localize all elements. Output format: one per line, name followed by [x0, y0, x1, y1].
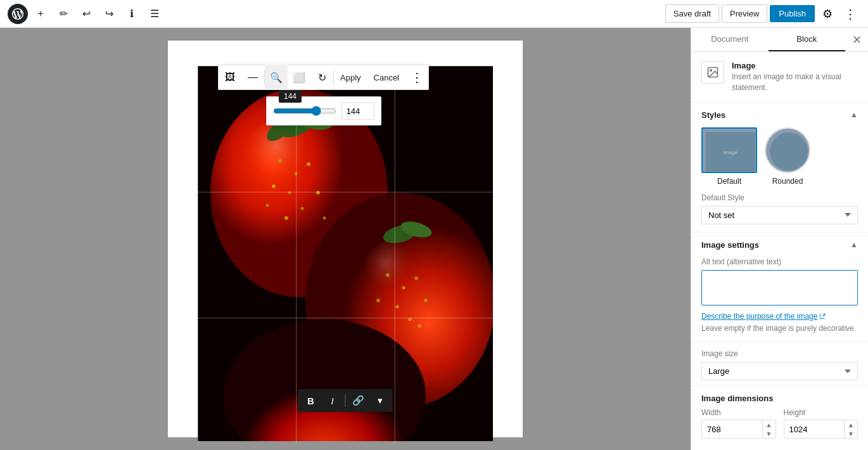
styles-section: Styles ▲ image Default — [691, 103, 868, 233]
apply-button[interactable]: Apply — [334, 65, 367, 90]
alt-text-note: Leave empty if the image is purely decor… — [701, 323, 858, 334]
svg-point-12 — [323, 217, 326, 220]
default-style-field-label: Default Style — [701, 193, 858, 202]
svg-point-7 — [307, 162, 310, 166]
width-increment[interactable]: ▲ — [763, 420, 775, 429]
width-input[interactable] — [702, 421, 762, 437]
svg-point-35 — [770, 132, 808, 170]
alt-text-field[interactable] — [701, 270, 858, 305]
svg-point-14 — [266, 204, 269, 207]
rounded-style-thumbnail — [765, 127, 810, 173]
cancel-button[interactable]: Cancel — [367, 65, 405, 90]
svg-point-10 — [301, 207, 304, 210]
height-input[interactable] — [784, 421, 845, 437]
svg-point-6 — [295, 172, 298, 176]
align-button[interactable]: — — [241, 65, 264, 90]
caption-more-button[interactable]: ▾ — [370, 390, 390, 411]
styles-section-title: Styles — [701, 110, 725, 120]
default-style-thumbnail: image — [701, 127, 757, 173]
height-increment[interactable]: ▲ — [845, 420, 857, 429]
alt-text-label: Alt text (alternative text) — [701, 257, 858, 266]
block-text: Image Insert an image to make a visual s… — [732, 61, 858, 93]
bold-button[interactable]: B — [301, 390, 321, 411]
add-block-button[interactable]: ＋ — [30, 4, 51, 24]
width-label: Width — [701, 408, 776, 417]
settings-button[interactable]: ⚙ — [817, 4, 838, 24]
height-decrement[interactable]: ▼ — [845, 429, 857, 438]
image-size-section: Image size Large — [691, 342, 868, 386]
image-dimensions-section: Image dimensions Width ▲ ▼ Height — [691, 386, 868, 446]
dims-row: Width ▲ ▼ Height ▲ — [701, 408, 858, 439]
image-settings-chevron-icon: ▲ — [850, 240, 858, 249]
svg-point-28 — [356, 240, 432, 329]
sidebar-tabs: Document Block ✕ — [691, 28, 868, 52]
top-bar: ＋ ✏ ↩ ↪ ℹ ☰ Save draft Preview Publish ⚙… — [0, 0, 868, 28]
sidebar-close-button[interactable]: ✕ — [845, 29, 868, 51]
canvas-area[interactable]: 🖼 — 🔍 ⬜ ↻ Apply Cancel ⋮ 144 — [0, 28, 691, 450]
image-block-button[interactable]: 🖼 — [219, 65, 241, 90]
tab-block[interactable]: Block — [769, 28, 846, 51]
more-options-button[interactable]: ⋮ — [840, 4, 860, 24]
svg-point-9 — [272, 184, 276, 188]
rotate-button[interactable]: ↻ — [310, 65, 333, 90]
publish-button[interactable]: Publish — [770, 5, 815, 22]
zoom-button[interactable]: 🔍 — [265, 65, 288, 90]
height-field: Height ▲ ▼ — [784, 408, 858, 439]
image-dimensions-title: Image dimensions — [701, 394, 858, 403]
height-label: Height — [784, 408, 858, 417]
width-decrement[interactable]: ▼ — [763, 429, 775, 438]
svg-point-22 — [418, 325, 421, 328]
svg-point-11 — [316, 191, 320, 195]
default-style-select[interactable]: Not set — [701, 206, 858, 224]
list-view-button[interactable]: ☰ — [144, 4, 165, 24]
svg-text:image: image — [724, 150, 737, 155]
alt-text-link[interactable]: Describe the purpose of the image — [701, 312, 858, 321]
width-field: Width ▲ ▼ — [701, 408, 776, 439]
width-stepper: ▲ ▼ — [762, 420, 775, 438]
preview-button[interactable]: Preview — [722, 4, 767, 23]
caption-divider — [345, 394, 346, 407]
caption-toolbar: B I 🔗 ▾ — [298, 389, 393, 412]
redo-button[interactable]: ↪ — [99, 4, 119, 24]
rounded-style-label: Rounded — [772, 177, 803, 186]
zoom-input[interactable] — [341, 102, 374, 120]
slider-tooltip: 144 — [279, 90, 302, 103]
image-size-label: Image size — [701, 349, 858, 358]
styles-section-header[interactable]: Styles ▲ — [701, 110, 858, 120]
style-option-rounded[interactable]: Rounded — [765, 127, 810, 186]
tab-document[interactable]: Document — [691, 28, 769, 51]
width-input-wrap: ▲ ▼ — [701, 420, 776, 439]
undo-button[interactable]: ↩ — [76, 4, 96, 24]
styles-chevron-icon: ▲ — [850, 110, 858, 119]
zoom-slider[interactable] — [273, 106, 336, 116]
save-draft-button[interactable]: Save draft — [665, 4, 719, 23]
height-stepper: ▲ ▼ — [844, 420, 857, 438]
style-option-default[interactable]: image Default — [701, 127, 757, 186]
image-settings-title: Image settings — [701, 240, 759, 250]
image-settings-header[interactable]: Image settings ▲ — [701, 240, 858, 250]
block-toolbar: 🖼 — 🔍 ⬜ ↻ Apply Cancel ⋮ — [218, 65, 429, 90]
svg-point-30 — [710, 70, 712, 72]
style-options: image Default Rounded — [701, 127, 858, 186]
height-input-wrap: ▲ ▼ — [784, 420, 858, 439]
main-layout: 🖼 — 🔍 ⬜ ↻ Apply Cancel ⋮ 144 — [0, 28, 868, 450]
block-title: Image — [732, 61, 858, 70]
block-info: Image Insert an image to make a visual s… — [691, 52, 868, 103]
crop-button[interactable]: ⬜ — [288, 65, 310, 90]
image-settings-section: Image settings ▲ Alt text (alternative t… — [691, 233, 868, 342]
svg-point-8 — [288, 191, 291, 195]
wordpress-logo[interactable] — [8, 4, 28, 24]
info-button[interactable]: ℹ — [122, 4, 142, 24]
link-button[interactable]: 🔗 — [348, 390, 369, 411]
toolbar-more-button[interactable]: ⋮ — [405, 65, 428, 90]
svg-point-5 — [278, 159, 282, 163]
block-description: Insert an image to make a visual stateme… — [732, 72, 858, 93]
svg-point-13 — [284, 216, 288, 220]
right-sidebar: Document Block ✕ Image Insert an image t… — [691, 28, 868, 450]
italic-button[interactable]: I — [322, 390, 343, 411]
image-size-select[interactable]: Large — [701, 362, 858, 380]
block-icon — [701, 61, 724, 84]
default-style-label: Default — [717, 177, 741, 186]
edit-tools-button[interactable]: ✏ — [53, 4, 73, 24]
